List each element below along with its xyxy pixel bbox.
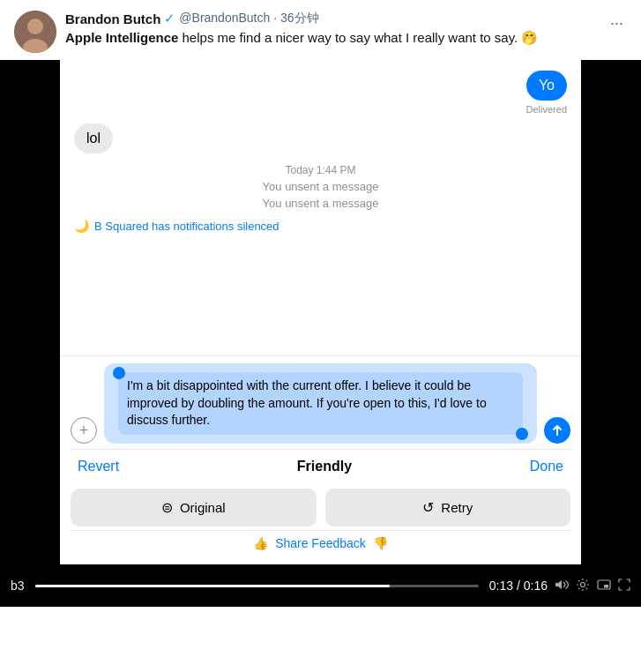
fullscreen-icon[interactable] <box>618 579 630 594</box>
tweet-header: Brandon Butch ✓ @BrandonButch · 36分钟 App… <box>0 0 641 60</box>
compose-plus-button[interactable]: + <box>71 417 97 444</box>
unsent-you-1: You unsent a message <box>263 180 379 193</box>
tweet-meta: Brandon Butch ✓ @BrandonButch · 36分钟 App… <box>65 11 598 47</box>
done-button[interactable]: Done <box>523 455 570 478</box>
settings-icon[interactable] <box>576 578 590 594</box>
imessage-interface: Yo Delivered lol Today 1:44 PM You unsen… <box>60 60 581 564</box>
input-area: + I'm a bit disappointed with the curren… <box>60 355 581 564</box>
received-bubble: lol <box>74 123 113 153</box>
progress-bar-fill <box>35 585 391 587</box>
selection-handle-bottom <box>516 428 528 440</box>
retry-icon: ↺ <box>422 499 434 516</box>
original-icon: ⊜ <box>161 499 173 516</box>
retry-label: Retry <box>441 500 473 515</box>
time-info: Today 1:44 PM <box>74 164 567 176</box>
original-label: Original <box>180 500 226 515</box>
original-button[interactable]: ⊜ Original <box>71 489 317 526</box>
tweet-text-suffix: helps me find a nicer way to say what I … <box>183 30 539 45</box>
share-feedback-text: Share Feedback <box>275 536 366 550</box>
thumb-down-icon: 👎 <box>373 536 388 550</box>
unsent-2: You unsent a message <box>74 197 567 210</box>
silenced-text: B Squared has notifications silenced <box>94 220 280 233</box>
svg-point-3 <box>581 582 585 586</box>
phone-screen: Yo Delivered lol Today 1:44 PM You unsen… <box>60 60 581 564</box>
retry-button[interactable]: ↺ Retry <box>325 489 571 526</box>
unsent-you-2: You unsent a message <box>263 197 379 210</box>
volume-icon[interactable] <box>555 579 569 593</box>
unsent-1: You unsent a message <box>74 180 567 193</box>
compose-text-selected: I'm a bit disappointed with the current … <box>118 372 523 435</box>
time-counter: 0:13 / 0:16 <box>489 579 548 593</box>
notification-silenced: 🌙 B Squared has notifications silenced <box>74 213 567 238</box>
tweet-text: Apple Intelligence helps me find a nicer… <box>65 28 598 47</box>
author-handle-time: @BrandonButch · 36分钟 <box>179 11 318 26</box>
tone-label: Friendly <box>297 459 352 474</box>
received-message: lol <box>74 123 567 153</box>
name-row: Brandon Butch ✓ @BrandonButch · 36分钟 <box>65 11 598 26</box>
sent-bubble: Yo <box>526 71 567 101</box>
messages-area: Yo Delivered lol Today 1:44 PM You unsen… <box>60 60 581 355</box>
video-controls: b3 0:13 / 0:16 <box>0 564 641 607</box>
progress-bar[interactable] <box>35 585 479 587</box>
black-left-bar <box>0 60 60 607</box>
author-name: Brandon Butch <box>65 11 160 26</box>
svg-point-1 <box>27 19 43 34</box>
black-right-bar <box>581 60 641 607</box>
share-feedback[interactable]: 👍 Share Feedback 👎 <box>71 530 570 557</box>
svg-rect-4 <box>598 580 610 589</box>
selection-handle-top <box>113 367 125 379</box>
video-container: Yo Delivered lol Today 1:44 PM You unsen… <box>0 60 641 607</box>
avatar <box>14 11 56 53</box>
svg-rect-5 <box>604 585 608 588</box>
picture-in-picture-icon[interactable] <box>597 579 611 593</box>
revert-button[interactable]: Revert <box>71 455 126 478</box>
send-button[interactable] <box>544 417 570 444</box>
action-buttons: ⊜ Original ↺ Retry <box>71 482 570 530</box>
tweet-text-bold: Apple Intelligence <box>65 30 178 45</box>
verified-icon: ✓ <box>164 11 175 26</box>
compose-text-box[interactable]: I'm a bit disappointed with the current … <box>104 363 537 444</box>
compose-text: I'm a bit disappointed with the current … <box>127 378 487 427</box>
thumb-up-icon: 👍 <box>253 536 268 550</box>
delivered-label: Delivered <box>74 104 567 115</box>
left-time-display: b3 <box>11 579 25 593</box>
moon-icon: 🌙 <box>74 219 89 233</box>
sent-message: Yo <box>74 71 567 101</box>
more-button[interactable]: ··· <box>607 11 627 36</box>
message-compose: + I'm a bit disappointed with the curren… <box>71 363 570 444</box>
ai-bar: Revert Friendly Done <box>71 449 570 482</box>
